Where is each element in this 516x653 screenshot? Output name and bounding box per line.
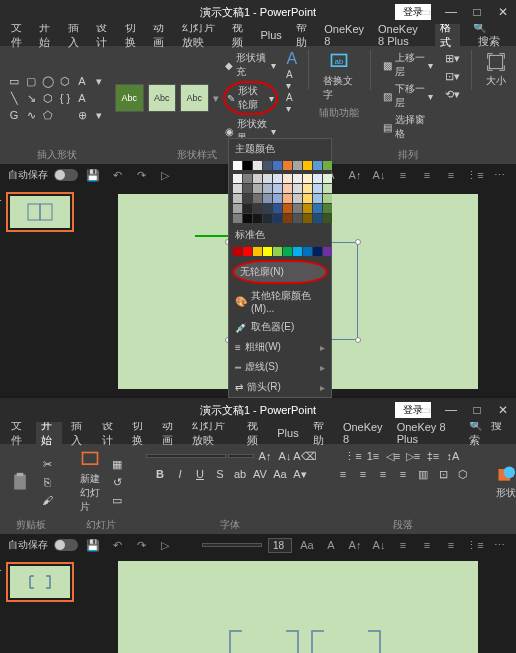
color-swatch[interactable] [253,247,262,256]
color-swatch[interactable] [253,161,262,170]
shape-gallery[interactable]: ▭▢◯⬡A▾ ╲↘⬡{ }A G∿⬠⊕▾ [6,73,107,123]
color-swatch[interactable] [243,174,252,183]
weight-item[interactable]: ≡ 粗细(W)▸ [229,337,331,357]
new-slide-button[interactable]: 新建幻灯片 [76,448,104,516]
smartart-icon[interactable]: ⬡ [454,466,472,482]
thumbnail-pane[interactable]: 1 [0,186,80,396]
color-swatch[interactable] [253,214,262,223]
color-swatch[interactable] [283,247,292,256]
decrease-font-icon[interactable]: A↓ [370,166,388,184]
color-swatch[interactable] [263,247,272,256]
color-swatch[interactable] [263,161,272,170]
qat-align-l-icon[interactable]: ≡ [394,536,412,554]
color-swatch[interactable] [303,204,312,213]
more-colors-item[interactable]: 🎨 其他轮廓颜色(M)... [229,286,331,317]
color-swatch[interactable] [283,204,292,213]
color-swatch[interactable] [263,214,272,223]
color-swatch[interactable] [273,204,282,213]
color-swatch[interactable] [323,214,332,223]
arrows-item[interactable]: ⇄ 箭头(R)▸ [229,377,331,397]
color-swatch[interactable] [323,204,332,213]
color-swatch[interactable] [323,184,332,193]
color-swatch[interactable] [243,214,252,223]
copy-icon[interactable]: ⎘ [38,474,56,490]
color-swatch[interactable] [313,194,322,203]
slide-thumbnail-1[interactable] [6,562,74,602]
ribbon-display-icon[interactable]: ▭ [412,398,438,422]
color-swatch[interactable] [253,184,262,193]
bracket-shape-right[interactable] [310,629,382,653]
close-icon[interactable]: ✕ [490,0,516,24]
color-swatch[interactable] [293,161,302,170]
shape-style-1[interactable]: Abc [115,84,144,112]
color-swatch[interactable] [233,184,242,193]
shape-style-3[interactable]: Abc [180,84,209,112]
color-swatch[interactable] [233,161,242,170]
color-swatch[interactable] [303,247,312,256]
clear-format-icon[interactable]: A⌫ [296,448,314,464]
menu-onekey8plus[interactable]: OneKey 8 Plus [392,419,456,447]
qat-font-combo[interactable] [202,543,262,547]
color-swatch[interactable] [233,247,242,256]
qat-font-color-icon[interactable]: A [322,536,340,554]
reset-icon[interactable]: ↺ [108,474,126,490]
align-center-icon[interactable]: ≡ [418,166,436,184]
color-swatch[interactable] [303,184,312,193]
cut-icon[interactable]: ✂ [38,456,56,472]
color-swatch[interactable] [303,174,312,183]
autosave-toggle[interactable] [54,539,78,551]
qat-dec-icon[interactable]: A↓ [370,536,388,554]
bracket-shape-left[interactable] [228,629,300,653]
shape-style-2[interactable]: Abc [148,84,177,112]
paste-button[interactable] [6,470,34,494]
ribbon-display-icon[interactable]: ▭ [412,0,438,24]
shape-outline-button[interactable]: ✎ 形状轮廓 ▾ [223,81,278,115]
bold-icon[interactable]: B [151,466,169,482]
increase-font-icon[interactable]: A↑ [346,166,364,184]
align-text-icon[interactable]: ⊡ [434,466,452,482]
save-icon[interactable]: 💾 [84,536,102,554]
color-swatch[interactable] [283,161,292,170]
color-swatch[interactable] [293,174,302,183]
indent-inc-icon[interactable]: ▷≡ [404,448,422,464]
shapes-button[interactable]: 形状 [492,462,516,502]
spacing-icon[interactable]: AV [251,466,269,482]
autosave-toggle[interactable] [54,169,78,181]
color-swatch[interactable] [273,174,282,183]
case-icon[interactable]: Aa [271,466,289,482]
color-swatch[interactable] [233,214,242,223]
section-icon[interactable]: ▭ [108,492,126,508]
color-swatch[interactable] [313,214,322,223]
slideshow-icon[interactable]: ▷ [156,536,174,554]
eyedropper-item[interactable]: 💉 取色器(E) [229,317,331,337]
text-outline-icon[interactable]: A ▾ [286,92,298,114]
color-swatch[interactable] [243,184,252,193]
color-swatch[interactable] [283,184,292,193]
dashes-item[interactable]: ┅ 虚线(S)▸ [229,357,331,377]
color-swatch[interactable] [313,247,322,256]
font-size-combo[interactable] [228,454,254,458]
align-center-icon[interactable]: ≡ [354,466,372,482]
align-right-icon[interactable]: ≡ [442,166,460,184]
color-swatch[interactable] [243,247,252,256]
color-swatch[interactable] [323,247,332,256]
text-direction-icon[interactable]: ↕A [444,448,462,464]
color-swatch[interactable] [283,194,292,203]
selection-pane-button[interactable]: ▤ 选择窗格 [381,112,436,142]
columns-icon[interactable]: ▥ [414,466,432,482]
color-swatch[interactable] [263,184,272,193]
close-icon[interactable]: ✕ [490,398,516,422]
save-icon[interactable]: 💾 [84,166,102,184]
color-swatch[interactable] [273,247,282,256]
rotate-icon[interactable]: ⟲▾ [443,86,461,102]
color-swatch[interactable] [243,204,252,213]
color-swatch[interactable] [293,204,302,213]
theme-color-row[interactable] [229,159,331,172]
menu-onekey8[interactable]: OneKey 8 [338,419,388,447]
color-swatch[interactable] [263,174,272,183]
indent-dec-icon[interactable]: ◁≡ [384,448,402,464]
align-left-icon[interactable]: ≡ [334,466,352,482]
color-swatch[interactable] [313,204,322,213]
color-swatch[interactable] [293,194,302,203]
underline-icon[interactable]: U [191,466,209,482]
